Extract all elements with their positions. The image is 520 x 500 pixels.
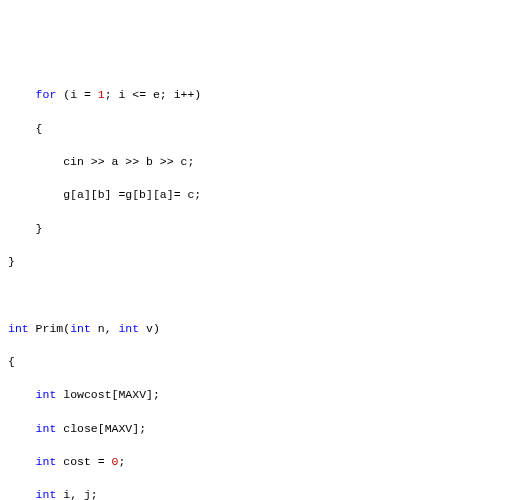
code-line — [8, 287, 512, 304]
code-line: for (i = 1; i <= e; i++) — [8, 87, 512, 104]
code-line: { — [8, 121, 512, 138]
code-line: int Prim(int n, int v) — [8, 321, 512, 338]
code-block: for (i = 1; i <= e; i++) { cin >> a >> b… — [8, 71, 512, 500]
code-line: int i, j; — [8, 487, 512, 500]
code-line: } — [8, 221, 512, 238]
code-line: g[a][b] =g[b][a]= c; — [8, 187, 512, 204]
code-line: cin >> a >> b >> c; — [8, 154, 512, 171]
code-line: int lowcost[MAXV]; — [8, 387, 512, 404]
code-line: int cost = 0; — [8, 454, 512, 471]
code-line: } — [8, 254, 512, 271]
code-line: { — [8, 354, 512, 371]
code-line: int close[MAXV]; — [8, 421, 512, 438]
